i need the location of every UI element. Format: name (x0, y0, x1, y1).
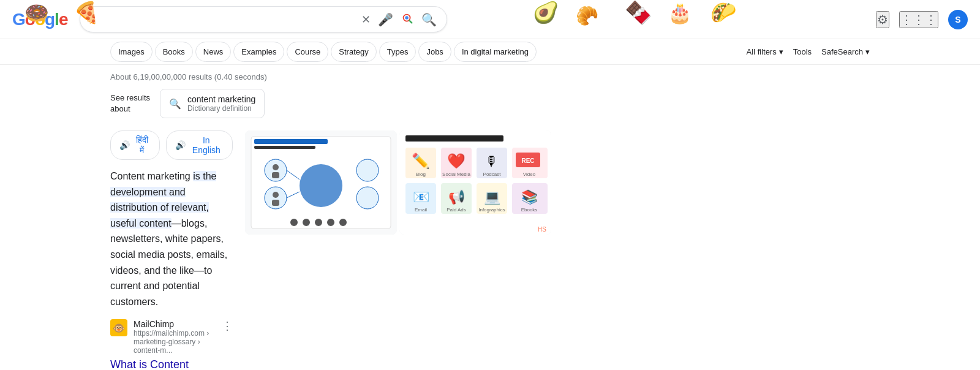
food-emoji-5: 🍫 (625, 0, 652, 26)
settings-button[interactable]: ⚙ (876, 11, 889, 28)
svg-text:Blog: Blog (416, 172, 426, 177)
food-emoji-6: 🎂 (668, 1, 692, 25)
svg-text:📧: 📧 (413, 189, 430, 205)
tools-button[interactable]: Tools (793, 47, 812, 56)
result-title-link[interactable]: What is Content Marketing? Content Marke… (110, 358, 233, 370)
svg-text:REC: REC (521, 157, 534, 164)
svg-point-19 (303, 219, 310, 226)
svg-line-2 (410, 20, 412, 23)
lens-icon (401, 12, 414, 27)
hindi-button[interactable]: 🔊 हिंदी में (110, 130, 160, 160)
svg-point-7 (300, 164, 342, 207)
source-url: https://mailchimp.com › marketing-glossa… (134, 329, 216, 355)
tab-images[interactable]: Images (110, 42, 153, 62)
featured-text-area: 🔊 हिंदी में 🔊 In English Content marketi… (110, 130, 233, 370)
svg-text:Social Media: Social Media (442, 172, 470, 177)
food-emoji-4: 🥐 (576, 5, 598, 26)
search-input[interactable]: content marketing (90, 14, 361, 25)
svg-text:Email: Email (415, 207, 427, 213)
image-how-companies[interactable] (245, 130, 397, 235)
search-bar: content marketing ✕ 🎤 🔍 (80, 6, 447, 32)
food-emoji-7: 🌮 (710, 0, 736, 25)
svg-point-14 (273, 192, 279, 198)
food-emoji-3: 🥑 (533, 0, 559, 25)
chevron-down-icon: ▾ (865, 47, 870, 56)
svg-text:🎙: 🎙 (485, 154, 499, 169)
see-results-container: See results about 🔍 content marketing Di… (110, 89, 551, 118)
tab-examples[interactable]: Examples (233, 42, 284, 62)
clear-button[interactable]: ✕ (361, 13, 371, 26)
tab-jobs[interactable]: Jobs (418, 42, 451, 62)
source-name: MailChimp (134, 319, 216, 329)
search-tabs: Images Books News Examples Course Strate… (0, 39, 980, 65)
svg-rect-6 (254, 146, 315, 149)
featured-images: ✏️ Blog ❤️ Social Media 🎙 Podcast RE (245, 130, 551, 370)
svg-text:Ebooks: Ebooks (521, 207, 538, 213)
main-content: About 6,19,00,00,000 results (0.40 secon… (0, 65, 980, 370)
header: 🍩 🍕 🥑 🥐 🍫 🎂 🌮 Google content marketing ✕… (0, 0, 980, 39)
english-button[interactable]: 🔊 In English (166, 130, 233, 160)
svg-text:❤️: ❤️ (447, 152, 466, 170)
google-logo[interactable]: Google (12, 10, 67, 29)
tab-books[interactable]: Books (155, 42, 193, 62)
chevron-down-icon: ▾ (779, 47, 783, 56)
see-results-card-subtitle: Dictionary definition (187, 104, 255, 113)
svg-text:✏️: ✏️ (412, 152, 430, 170)
voice-search-button[interactable]: 🎤 (378, 12, 393, 27)
svg-point-22 (339, 219, 347, 226)
source-favicon: 🐵 (110, 319, 127, 336)
tab-digital-marketing[interactable]: In digital marketing (454, 42, 537, 62)
tab-strategy[interactable]: Strategy (331, 42, 376, 62)
user-avatar[interactable]: S (948, 10, 968, 29)
tab-course[interactable]: Course (287, 42, 328, 62)
svg-point-11 (356, 187, 379, 209)
svg-rect-5 (254, 139, 328, 144)
audio-icon: 🔊 (175, 140, 186, 150)
clear-icon: ✕ (361, 13, 371, 26)
mic-icon: 🎤 (378, 12, 393, 27)
mailchimp-icon: 🐵 (113, 322, 125, 334)
tab-filters: All filters ▾ Tools SafeSearch ▾ (747, 47, 870, 56)
header-right: ⚙ ⋮⋮⋮ S (876, 10, 968, 29)
source-container: 🐵 MailChimp https://mailchimp.com › mark… (110, 319, 233, 355)
svg-text:Paid Ads: Paid Ads (447, 207, 466, 213)
svg-text:Infographics: Infographics (478, 207, 505, 213)
see-results-card[interactable]: 🔍 content marketing Dictionary definitio… (160, 89, 265, 118)
lens-search-button[interactable] (401, 12, 414, 27)
tab-types[interactable]: Types (379, 42, 417, 62)
results-count: About 6,19,00,00,000 results (0.40 secon… (110, 72, 551, 81)
source-menu-button[interactable]: ⋮ (222, 319, 233, 333)
image-types-content[interactable]: ✏️ Blog ❤️ Social Media 🎙 Podcast RE (399, 130, 551, 235)
see-results-label: See results about (110, 92, 150, 115)
apps-button[interactable]: ⋮⋮⋮ (899, 11, 938, 28)
svg-text:HS: HS (538, 226, 546, 233)
all-filters-button[interactable]: All filters ▾ (747, 47, 783, 56)
svg-point-12 (273, 164, 279, 170)
search-submit-button[interactable]: 🔍 (421, 12, 437, 27)
featured-section: 🔊 हिंदी में 🔊 In English Content marketi… (110, 130, 551, 370)
svg-text:💻: 💻 (484, 189, 501, 205)
svg-rect-24 (405, 135, 503, 142)
source-info: MailChimp https://mailchimp.com › market… (134, 319, 216, 355)
search-icons: ✕ 🎤 🔍 (361, 12, 437, 27)
result-title-text: What is Content Marketing? Content Marke… (110, 358, 214, 370)
svg-point-10 (356, 159, 379, 181)
svg-rect-13 (272, 172, 279, 178)
svg-rect-15 (272, 200, 279, 206)
svg-text:Video: Video (523, 172, 536, 177)
search-icon: 🔍 (421, 12, 437, 27)
tab-news[interactable]: News (195, 42, 232, 62)
svg-point-1 (405, 16, 409, 19)
audio-icon: 🔊 (119, 140, 130, 150)
featured-description: Content marketing is the development and… (110, 168, 233, 309)
svg-text:📢: 📢 (448, 189, 466, 205)
svg-point-18 (290, 219, 298, 226)
svg-text:📚: 📚 (521, 189, 538, 205)
svg-rect-23 (399, 130, 551, 235)
svg-point-21 (327, 219, 334, 226)
safe-search-button[interactable]: SafeSearch ▾ (821, 47, 870, 56)
svg-text:Podcast: Podcast (483, 172, 502, 177)
see-results-card-title: content marketing (187, 94, 255, 104)
language-buttons: 🔊 हिंदी में 🔊 In English (110, 130, 233, 160)
svg-point-20 (315, 219, 322, 226)
